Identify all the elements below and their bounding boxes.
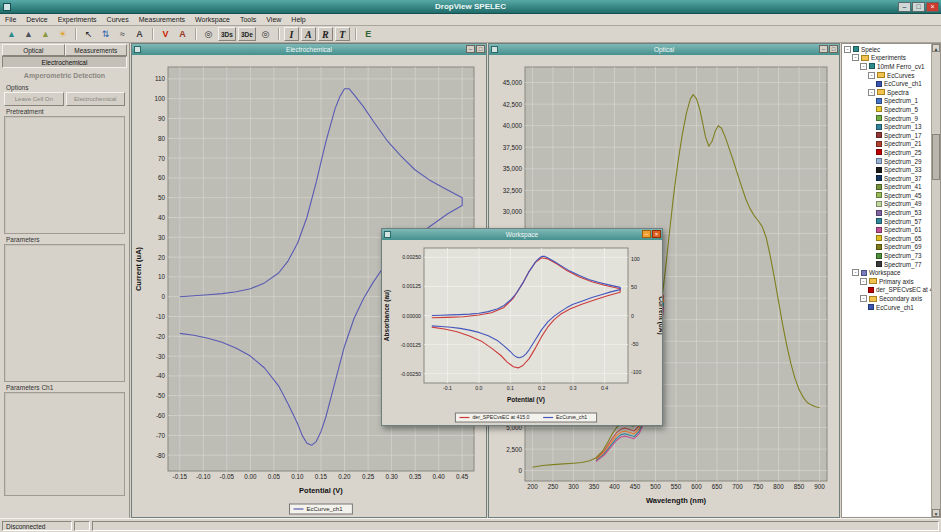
scrollbar-thumb[interactable]: [932, 134, 940, 180]
tree-item-spectra[interactable]: -Spectra: [842, 88, 931, 97]
close-button[interactable]: ×: [926, 2, 939, 12]
spectrometer-icon[interactable]: ▲: [38, 27, 53, 41]
scroll-down-icon[interactable]: ▼: [932, 509, 940, 517]
spectra-3d-start-button[interactable]: 3Ds: [218, 27, 236, 41]
expand-toggle-icon[interactable]: -: [860, 295, 867, 302]
tree-item-eccurves[interactable]: -EcCurves: [842, 71, 931, 80]
absorbance-mode-button[interactable]: A: [301, 27, 316, 41]
tab-electrochemical[interactable]: Electrochemical: [2, 56, 127, 68]
menu-experiments[interactable]: Experiments: [53, 15, 102, 24]
tree-item-spectrum-29[interactable]: Spectrum_29: [842, 157, 931, 166]
tree-item-eccurve-ch1[interactable]: EcCurve_ch1: [842, 79, 931, 88]
annotate-icon[interactable]: A: [132, 27, 147, 41]
leave-cell-on-button[interactable]: Leave Cell On: [4, 92, 64, 106]
close-button[interactable]: ×: [652, 230, 661, 238]
tree-item-spectrum-69[interactable]: Spectrum_69: [842, 243, 931, 252]
menu-device[interactable]: Device: [21, 15, 52, 24]
expand-toggle-icon[interactable]: -: [844, 46, 851, 53]
export-icon[interactable]: E: [361, 27, 376, 41]
tree-item-spelec[interactable]: -Spelec: [842, 45, 931, 54]
tree-item-spectrum-45[interactable]: Spectrum_45: [842, 191, 931, 200]
device-icon[interactable]: ▲: [21, 27, 36, 41]
app-titlebar[interactable]: DropView SPELEC – □ ×: [0, 0, 941, 14]
tree-item-spectrum-49[interactable]: Spectrum_49: [842, 200, 931, 209]
menu-file[interactable]: File: [0, 15, 21, 24]
menu-workspace[interactable]: Workspace: [190, 15, 235, 24]
window-system-icon[interactable]: [491, 46, 498, 53]
window-system-icon[interactable]: [384, 231, 391, 238]
minimize-button[interactable]: –: [898, 2, 911, 12]
tree-item-spectrum-61[interactable]: Spectrum_61: [842, 225, 931, 234]
menu-tools[interactable]: Tools: [235, 15, 261, 24]
tab-measurements[interactable]: Measurements: [65, 44, 128, 56]
tree-item-der-specvsec-at-4[interactable]: der_SPECvsEC at 4...: [842, 286, 931, 295]
expand-toggle-icon[interactable]: -: [852, 269, 859, 276]
electrochemical-window-titlebar[interactable]: Electrochemical – □: [132, 44, 486, 55]
svg-text:37,500: 37,500: [503, 144, 523, 151]
minimize-button[interactable]: –: [819, 45, 828, 53]
scroll-up-icon[interactable]: ▲: [932, 44, 940, 52]
tree-item-label: Spectrum_29: [884, 158, 921, 165]
svg-text:der_SPECvsEC at 415.0: der_SPECvsEC at 415.0: [472, 414, 529, 420]
minimize-button[interactable]: –: [642, 230, 651, 238]
transmittance-mode-button[interactable]: T: [335, 27, 350, 41]
tree-item-eccurve-ch1[interactable]: EcCurve_ch1: [842, 303, 931, 312]
minimize-button[interactable]: –: [466, 45, 475, 53]
tree-item-spectrum-5[interactable]: Spectrum_5: [842, 105, 931, 114]
window-system-icon[interactable]: [134, 46, 141, 53]
parameters-box: [4, 244, 125, 382]
tree-item-workspace[interactable]: -Workspace: [842, 268, 931, 277]
svg-text:0.0: 0.0: [475, 385, 482, 391]
tree-item-spectrum-9[interactable]: Spectrum_9: [842, 114, 931, 123]
tree-item-secondary-axis[interactable]: -Secondary axis: [842, 294, 931, 303]
spelec-connect-icon[interactable]: ▲: [4, 27, 19, 41]
tree-item-spectrum-73[interactable]: Spectrum_73: [842, 251, 931, 260]
expand-toggle-icon[interactable]: -: [860, 63, 867, 70]
smooth-curve-icon[interactable]: ≈: [115, 27, 130, 41]
tree-item-experiments[interactable]: -Experiments: [842, 54, 931, 63]
menu-measurements[interactable]: Measurements: [134, 15, 190, 24]
workspace-chart[interactable]: -0.10.00.10.20.30.40.002500.001250.00000…: [382, 240, 662, 425]
tree-item-spectrum-13[interactable]: Spectrum_13: [842, 122, 931, 131]
tree-item-spectrum-41[interactable]: Spectrum_41: [842, 183, 931, 192]
amperometry-icon[interactable]: A: [175, 27, 190, 41]
tree-item-spectrum-1[interactable]: Spectrum_1: [842, 97, 931, 106]
tree-item-spectrum-65[interactable]: Spectrum_65: [842, 234, 931, 243]
expand-toggle-icon[interactable]: -: [868, 89, 875, 96]
options-buttons: Leave Cell On Electrochemical: [2, 92, 127, 106]
menu-help[interactable]: Help: [286, 15, 310, 24]
light-source-icon[interactable]: ☀: [55, 27, 70, 41]
tree-item-spectrum-57[interactable]: Spectrum_57: [842, 217, 931, 226]
workspace-window-titlebar[interactable]: Workspace – ×: [382, 229, 662, 240]
tree-item-10mm-ferro-cv1[interactable]: -10mM Ferro_cv1: [842, 62, 931, 71]
expand-toggle-icon[interactable]: -: [852, 54, 859, 61]
tree-item-spectrum-17[interactable]: Spectrum_17: [842, 131, 931, 140]
expand-toggle-icon[interactable]: -: [860, 278, 867, 285]
target-live-icon[interactable]: ◎: [258, 27, 273, 41]
zoom-axes-icon[interactable]: ⇅: [98, 27, 113, 41]
spectra-3d-end-button[interactable]: 3De: [238, 27, 256, 41]
target-icon[interactable]: ◎: [201, 27, 216, 41]
tree-item-spectrum-37[interactable]: Spectrum_37: [842, 174, 931, 183]
electrochemical-option-button[interactable]: Electrochemical: [66, 92, 126, 106]
intensity-mode-button[interactable]: I: [284, 27, 299, 41]
voltammetry-icon[interactable]: V: [158, 27, 173, 41]
expand-toggle-icon[interactable]: -: [868, 72, 875, 79]
tree-item-spectrum-21[interactable]: Spectrum_21: [842, 140, 931, 149]
maximize-button[interactable]: □: [912, 2, 925, 12]
pointer-icon[interactable]: ↖: [81, 27, 96, 41]
menu-view[interactable]: View: [261, 15, 286, 24]
optical-window-titlebar[interactable]: Optical – □: [489, 44, 839, 55]
tree-item-spectrum-77[interactable]: Spectrum_77: [842, 260, 931, 269]
workspace-window[interactable]: Workspace – × -0.10.00.10.20.30.40.00250…: [381, 228, 663, 426]
tree-item-spectrum-33[interactable]: Spectrum_33: [842, 165, 931, 174]
reflectance-mode-button[interactable]: R: [318, 27, 333, 41]
tree-item-primary-axis[interactable]: -Primary axis: [842, 277, 931, 286]
tab-optical[interactable]: Optical: [2, 44, 65, 56]
tree-item-spectrum-25[interactable]: Spectrum_25: [842, 148, 931, 157]
maximize-button[interactable]: □: [829, 45, 838, 53]
menu-curves[interactable]: Curves: [102, 15, 134, 24]
maximize-button[interactable]: □: [476, 45, 485, 53]
tree-scrollbar[interactable]: ▲ ▼: [931, 44, 940, 517]
tree-item-spectrum-53[interactable]: Spectrum_53: [842, 208, 931, 217]
